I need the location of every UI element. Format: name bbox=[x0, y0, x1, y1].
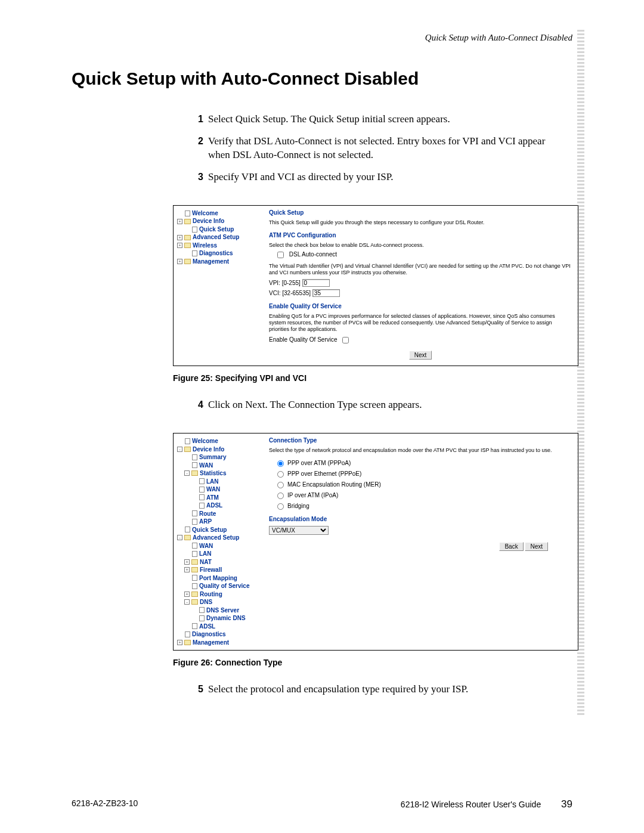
nav-item[interactable]: Welcome bbox=[177, 437, 261, 445]
vci-input[interactable] bbox=[312, 289, 340, 297]
nav-item[interactable]: -DNS bbox=[177, 598, 261, 606]
page-icon bbox=[199, 478, 205, 484]
nav-item[interactable]: +Wireless bbox=[177, 241, 261, 250]
step-text: Select Quick Setup. The Quick Setup init… bbox=[208, 113, 569, 126]
nav-item[interactable]: +Advanced Setup bbox=[177, 233, 261, 241]
nav-item[interactable]: Diagnostics bbox=[177, 249, 261, 258]
nav-item[interactable]: Summary bbox=[177, 453, 261, 462]
fig25-atm-intro: Select the check box below to enable DSL… bbox=[269, 242, 572, 249]
expand-icon[interactable]: - bbox=[177, 535, 182, 540]
page-title: Quick Setup with Auto-Connect Disabled bbox=[72, 69, 572, 89]
nav-item[interactable]: ADSL bbox=[177, 501, 261, 510]
nav-item[interactable]: ATM bbox=[177, 494, 261, 502]
nav-item[interactable]: Port Mapping bbox=[177, 574, 261, 583]
nav-item[interactable]: LAN bbox=[177, 478, 261, 486]
fig25-next-button[interactable]: Next bbox=[409, 351, 432, 360]
encap-header: Encapsulation Mode bbox=[269, 516, 572, 522]
folder-icon bbox=[184, 535, 191, 540]
connection-type-radio[interactable] bbox=[277, 471, 284, 478]
step-item: 4Click on Next. The Connection Type scre… bbox=[188, 398, 569, 412]
nav-item[interactable]: -Statistics bbox=[177, 469, 261, 478]
nav-item-label: Summary bbox=[199, 453, 227, 462]
nav-item[interactable]: Quick Setup bbox=[177, 526, 261, 534]
expand-icon[interactable]: + bbox=[177, 259, 182, 264]
step-number: 1 bbox=[188, 113, 203, 126]
nav-item[interactable]: Quality of Service bbox=[177, 582, 261, 590]
folder-icon bbox=[184, 259, 191, 264]
qos-checkbox[interactable] bbox=[342, 337, 349, 343]
expand-icon[interactable]: + bbox=[177, 235, 182, 240]
page-icon bbox=[185, 438, 190, 444]
fig26-title: Connection Type bbox=[269, 437, 572, 444]
folder-icon bbox=[191, 592, 198, 597]
nav-item-label: Management bbox=[193, 639, 229, 647]
footer-right: 6218-I2 Wireless Router User's Guide bbox=[401, 800, 541, 809]
nav-item[interactable]: +Management bbox=[177, 258, 261, 266]
fig26-nav-tree: Welcome-Device InfoSummaryWAN-Statistics… bbox=[174, 433, 263, 650]
folder-icon bbox=[184, 640, 191, 645]
folder-icon bbox=[191, 559, 198, 565]
nav-item-label: ATM bbox=[206, 494, 219, 502]
nav-item-label: Wireless bbox=[193, 241, 217, 250]
expand-icon[interactable]: - bbox=[184, 599, 190, 605]
connection-type-radio[interactable] bbox=[277, 482, 284, 488]
nav-item[interactable]: +Firewall bbox=[177, 566, 261, 574]
step-text: Select the protocol and encapsulation ty… bbox=[208, 683, 569, 696]
nav-item-label: WAN bbox=[199, 462, 213, 470]
expand-icon[interactable]: - bbox=[184, 470, 190, 476]
nav-item-label: Statistics bbox=[200, 469, 226, 478]
nav-item[interactable]: +Routing bbox=[177, 590, 261, 599]
qos-label: Enable Quality Of Service bbox=[269, 336, 338, 343]
connection-type-radio[interactable] bbox=[277, 493, 284, 499]
connection-type-radio[interactable] bbox=[277, 503, 284, 510]
folder-icon bbox=[191, 470, 198, 476]
nav-item[interactable]: Diagnostics bbox=[177, 630, 261, 639]
nav-item[interactable]: -Advanced Setup bbox=[177, 534, 261, 542]
folder-icon bbox=[184, 447, 191, 452]
nav-item[interactable]: +Management bbox=[177, 639, 261, 647]
nav-item[interactable]: Dynamic DNS bbox=[177, 614, 261, 623]
connection-type-radio[interactable] bbox=[277, 460, 284, 467]
running-head: Quick Setup with Auto-Connect Disabled bbox=[425, 33, 572, 43]
nav-item[interactable]: ADSL bbox=[177, 623, 261, 631]
nav-item[interactable]: Route bbox=[177, 510, 261, 518]
fig26-next-button[interactable]: Next bbox=[525, 542, 548, 551]
page-icon bbox=[192, 623, 197, 629]
expand-icon[interactable]: + bbox=[177, 640, 182, 645]
step-number: 3 bbox=[188, 171, 203, 184]
folder-icon bbox=[191, 567, 198, 572]
page-icon bbox=[192, 454, 197, 460]
fig25-atm-header: ATM PVC Configuration bbox=[269, 232, 572, 239]
fig26-back-button[interactable]: Back bbox=[499, 542, 523, 551]
nav-item[interactable]: -Device Info bbox=[177, 445, 261, 454]
expand-icon[interactable]: + bbox=[184, 559, 190, 565]
connection-type-label: PPP over ATM (PPPoA) bbox=[287, 460, 351, 466]
nav-item[interactable]: WAN bbox=[177, 462, 261, 470]
nav-item[interactable]: ARP bbox=[177, 518, 261, 526]
nav-item-label: Welcome bbox=[192, 209, 218, 218]
nav-item[interactable]: LAN bbox=[177, 550, 261, 558]
nav-item[interactable]: WAN bbox=[177, 485, 261, 494]
expand-icon[interactable]: + bbox=[177, 219, 182, 224]
step-text: Click on Next. The Connection Type scree… bbox=[208, 398, 569, 412]
nav-item-label: Diagnostics bbox=[199, 249, 233, 258]
vpi-input[interactable] bbox=[302, 279, 330, 287]
expand-icon[interactable]: + bbox=[177, 243, 182, 248]
nav-item-label: Quality of Service bbox=[199, 582, 249, 590]
nav-item[interactable]: WAN bbox=[177, 542, 261, 550]
nav-item[interactable]: +NAT bbox=[177, 558, 261, 566]
nav-item[interactable]: DNS Server bbox=[177, 606, 261, 615]
encap-select[interactable]: VC/MUX bbox=[269, 526, 329, 535]
nav-item[interactable]: Welcome bbox=[177, 209, 261, 218]
expand-icon[interactable]: - bbox=[177, 447, 182, 452]
nav-item-label: LAN bbox=[206, 478, 219, 486]
dsl-auto-connect-checkbox[interactable] bbox=[277, 252, 284, 258]
steps-list-c: 5Select the protocol and encapsulation t… bbox=[188, 683, 569, 696]
page-icon bbox=[192, 250, 197, 256]
nav-item[interactable]: Quick Setup bbox=[177, 225, 261, 234]
expand-icon[interactable]: + bbox=[184, 592, 190, 597]
step-item: 5Select the protocol and encapsulation t… bbox=[188, 683, 569, 696]
nav-item-label: WAN bbox=[206, 485, 220, 494]
nav-item[interactable]: +Device Info bbox=[177, 217, 261, 225]
expand-icon[interactable]: + bbox=[184, 567, 190, 572]
